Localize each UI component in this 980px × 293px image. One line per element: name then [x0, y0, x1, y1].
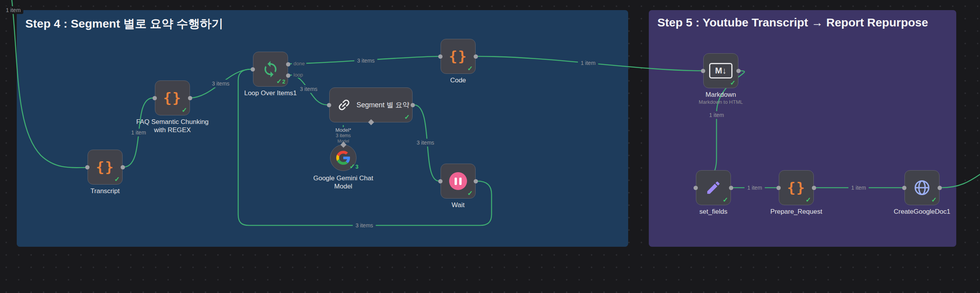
node-set-fields-box[interactable]: ✓ — [696, 170, 731, 205]
success-check-icon: ✓2 — [276, 77, 285, 85]
node-segment-summary[interactable]: Segment 별 요약 ✓ — [329, 87, 413, 122]
output-port-done[interactable] — [286, 62, 290, 66]
edge-incoming-transcript[interactable] — [12, 0, 86, 168]
model-items-label: 3 items — [335, 133, 351, 139]
success-check-icon: ✓3 — [349, 162, 358, 171]
node-set-fields[interactable]: ✓ set_fields — [696, 170, 731, 205]
edge-label-segment-wait: 3 items — [414, 139, 437, 146]
node-label: Google Gemini Chat Model — [306, 174, 380, 191]
node-loop-box[interactable]: ✓2 — [253, 52, 288, 87]
node-transcript-box[interactable]: {} ✓ — [88, 150, 123, 185]
edge-label-prepare-createdoc: 1 item — [848, 184, 869, 192]
input-port[interactable] — [438, 54, 443, 59]
chain-link-icon — [334, 94, 355, 115]
output-port[interactable] — [188, 96, 192, 100]
node-google-gemini-chat-model[interactable]: ✓3 Google Gemini Chat Model — [330, 145, 357, 171]
input-port[interactable] — [902, 186, 906, 190]
output-port[interactable] — [812, 186, 816, 190]
edge-label-faq-loop: 3 items — [209, 80, 232, 87]
node-label: Wait — [411, 201, 505, 209]
edge-label-markdown-setfields: 1 item — [706, 111, 727, 119]
input-port[interactable] — [85, 165, 90, 169]
node-wait-box[interactable]: ✓ — [441, 164, 476, 199]
node-create-google-doc1[interactable]: ✓ CreateGoogleDoc1 — [904, 170, 940, 205]
google-g-icon — [336, 151, 350, 165]
node-label: Prepare_Request — [750, 208, 843, 216]
edges-layer — [0, 0, 980, 293]
node-subtitle: Markdown to HTML — [674, 99, 767, 105]
node-prepare-request[interactable]: {} ✓ Prepare_Request — [779, 170, 814, 205]
output-port[interactable] — [729, 186, 733, 190]
node-transcript[interactable]: {} ✓ Transcript — [88, 150, 123, 185]
output-port[interactable] — [474, 54, 478, 59]
success-check-icon: ✓ — [182, 106, 187, 114]
success-check-icon: ✓ — [931, 196, 937, 204]
success-check-icon: ✓ — [723, 196, 728, 204]
success-check-icon: ✓ — [404, 113, 410, 121]
edge-label-code-markdown: 1 item — [578, 59, 598, 67]
node-label: CreateGoogleDoc1 — [875, 208, 969, 216]
output-port[interactable] — [121, 165, 125, 169]
node-faq-semantic-chunking[interactable]: {} ✓ FAQ Semantic Chunking with REGEX — [155, 80, 190, 115]
node-faq-box[interactable]: {} ✓ — [155, 80, 190, 115]
markdown-icon: M↓ — [709, 63, 732, 78]
code-braces-icon: {} — [96, 160, 114, 174]
port-label-loop: loop — [292, 72, 305, 78]
globe-icon — [913, 179, 931, 197]
success-check-icon: ✓ — [467, 65, 473, 73]
model-input-label: Model* — [335, 127, 351, 133]
pencil-edit-icon — [705, 180, 722, 196]
output-port[interactable] — [736, 69, 741, 73]
output-port[interactable] — [938, 186, 942, 190]
node-segment-box[interactable]: Segment 별 요약 ✓ — [329, 87, 413, 122]
node-label: Transcript — [58, 187, 152, 195]
node-loop-over-items1[interactable]: ✓2 done loop Loop Over Items1 — [253, 52, 288, 87]
edge-label-loop-done-code: 3 items — [354, 57, 377, 65]
edge-label-incoming: 1 item — [3, 6, 23, 14]
input-port[interactable] — [701, 69, 705, 73]
node-code-box[interactable]: {} ✓ — [441, 39, 476, 74]
node-label: Markdown — [674, 91, 767, 99]
input-port[interactable] — [251, 67, 255, 72]
input-port[interactable] — [327, 103, 331, 107]
node-code[interactable]: {} ✓ Code — [441, 39, 476, 74]
edge-label-setfields-prepare: 1 item — [745, 184, 765, 192]
output-port[interactable] — [474, 179, 478, 183]
success-check-icon: ✓ — [114, 175, 120, 183]
node-label: FAQ Semantic Chunking with REGEX — [132, 118, 213, 134]
node-gemini-box[interactable]: ✓3 — [330, 145, 357, 171]
node-prepare-request-box[interactable]: {} ✓ — [779, 170, 814, 205]
pause-icon — [449, 172, 467, 190]
node-label: set_fields — [667, 208, 760, 216]
node-markdown-box[interactable]: M↓ ✓ — [703, 53, 738, 88]
success-check-icon: ✓ — [806, 196, 811, 204]
input-port[interactable] — [438, 179, 443, 183]
node-wait[interactable]: ✓ Wait — [441, 164, 476, 199]
code-braces-icon: {} — [163, 91, 181, 105]
input-port[interactable] — [153, 96, 157, 100]
code-braces-icon: {} — [449, 49, 467, 63]
input-port[interactable] — [694, 186, 698, 190]
node-create-google-doc1-box[interactable]: ✓ — [904, 170, 940, 205]
output-port-loop[interactable] — [286, 73, 290, 78]
code-braces-icon: {} — [787, 181, 805, 195]
port-label-done: done — [292, 61, 306, 66]
edge-createdoc-exit[interactable] — [941, 173, 980, 188]
node-label: Loop Over Items1 — [224, 89, 317, 97]
node-inner-label: Segment 별 요약 — [357, 100, 409, 110]
output-port[interactable] — [411, 103, 415, 107]
node-label: Code — [411, 76, 505, 84]
input-port[interactable] — [776, 186, 781, 190]
loop-sync-icon — [262, 60, 279, 78]
success-check-icon: ✓ — [467, 189, 473, 197]
node-markdown[interactable]: M↓ ✓ Markdown Markdown to HTML — [703, 53, 738, 88]
workflow-canvas[interactable]: Step 4 : Segment 별로 요약 수행하기 Step 5 : You… — [0, 0, 980, 293]
edge-label-wait-loopback: 3 items — [353, 221, 376, 229]
success-check-icon: ✓ — [730, 79, 736, 87]
